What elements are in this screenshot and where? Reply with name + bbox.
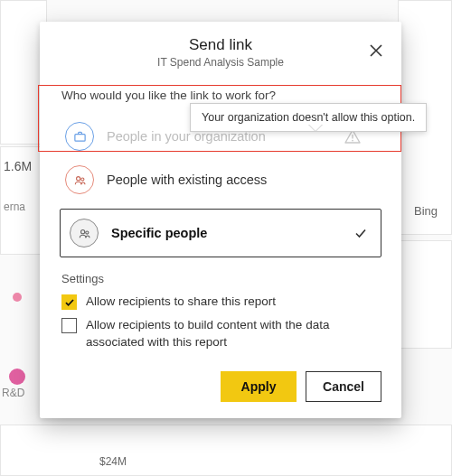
svg-rect-0 [74,134,84,141]
disabled-option-tooltip: Your organization doesn't allow this opt… [190,103,427,132]
close-button[interactable] [363,38,389,63]
checkbox-icon [61,294,77,310]
people-icon [65,165,94,194]
bg-bottom-val: $24M [99,455,127,468]
bg-value: 1.6M [4,159,32,173]
settings-header: Settings [61,272,381,285]
dialog-title: Send link [40,36,401,54]
dialog-subtitle: IT Spend Analysis Sample [40,56,401,69]
send-link-dialog: Send link IT Spend Analysis Sample Who w… [40,22,401,418]
briefcase-icon [65,122,94,151]
svg-point-2 [352,140,353,142]
checkbox-icon [61,318,77,333]
checkbox-label: Allow recipients to share this report [86,293,276,311]
dialog-header: Send link IT Spend Analysis Sample [40,22,401,74]
checkbox-label: Allow recipients to build content with t… [86,316,380,351]
option-specific-people[interactable]: Specific people [60,209,381,257]
svg-point-6 [85,230,88,233]
people-icon [70,219,99,247]
dialog-button-row: Apply Cancel [40,357,401,402]
link-scope-question: Who would you like the link to work for? [61,89,381,102]
svg-point-4 [80,177,83,180]
checkbox-allow-share[interactable]: Allow recipients to share this report [61,293,380,311]
option-label: People with existing access [107,173,267,187]
apply-button[interactable]: Apply [221,371,297,402]
svg-point-5 [80,229,84,233]
checkbox-allow-build[interactable]: Allow recipients to build content with t… [61,316,380,351]
option-existing-access[interactable]: People with existing access [60,158,381,201]
checkmark-icon [353,226,368,240]
bg-rd: R&D [2,387,24,399]
option-label: Specific people [111,226,207,240]
cancel-button[interactable]: Cancel [306,371,381,402]
bg-map-attr: Bing [414,204,438,218]
bg-label: erna [4,201,25,213]
close-icon [369,43,383,58]
svg-point-3 [76,176,80,180]
